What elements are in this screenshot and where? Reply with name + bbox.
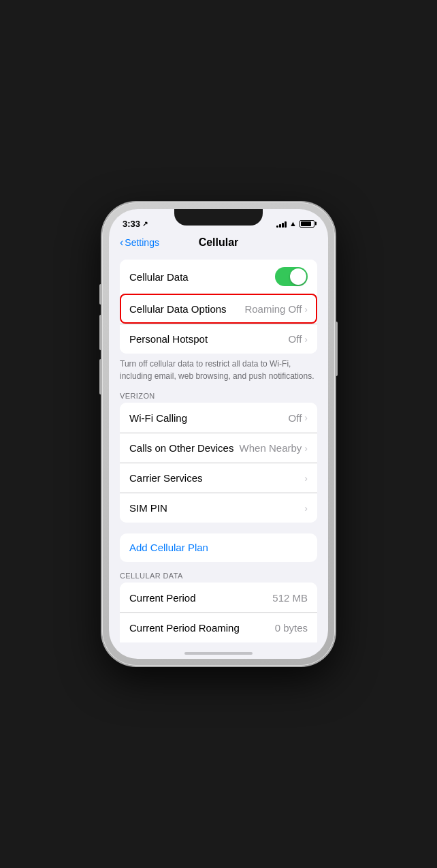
back-chevron-icon: ‹ (120, 236, 123, 249)
volume-up-button[interactable] (99, 315, 102, 350)
personal-hotspot-value: Off (289, 333, 302, 345)
signal-icon (276, 220, 287, 228)
add-cellular-plan-label: Add Cellular Plan (129, 542, 208, 553)
main-settings-card: Cellular Data Cellular Data Options Roam… (120, 260, 317, 354)
cellular-data-row[interactable]: Cellular Data (120, 260, 317, 294)
verizon-section-label: VERIZON (109, 388, 328, 403)
signal-bar-3 (282, 223, 284, 228)
calls-other-devices-label: Calls on Other Devices (129, 442, 233, 454)
calls-other-devices-right: When Nearby › (240, 442, 308, 454)
carrier-services-row[interactable]: Carrier Services › (120, 463, 317, 493)
signal-bar-1 (276, 226, 278, 228)
wifi-icon: ▲ (289, 219, 297, 228)
chevron-right-icon: › (304, 443, 308, 454)
sim-pin-label: SIM PIN (129, 502, 167, 514)
phone-frame: 3:33 ↗ ▲ ‹ Settings (102, 202, 335, 666)
current-period-roaming-label: Current Period Roaming (129, 622, 240, 634)
wifi-calling-right: Off › (289, 412, 308, 424)
personal-hotspot-right: Off › (289, 333, 308, 345)
personal-hotspot-row[interactable]: Personal Hotspot Off › (120, 324, 317, 354)
verizon-card: Wi-Fi Calling Off › Calls on Other Devic… (120, 403, 317, 523)
page-title: Cellular (199, 236, 239, 249)
home-indicator[interactable] (184, 652, 253, 655)
wifi-calling-value: Off (289, 412, 302, 424)
battery-icon (300, 220, 314, 228)
personal-hotspot-label: Personal Hotspot (129, 333, 208, 345)
volume-down-button[interactable] (99, 359, 102, 394)
current-period-label: Current Period (129, 592, 196, 604)
current-period-value: 512 MB (272, 592, 308, 604)
chevron-right-icon: › (304, 334, 308, 345)
calls-other-devices-row[interactable]: Calls on Other Devices When Nearby › (120, 433, 317, 463)
calls-other-devices-value: When Nearby (240, 442, 302, 454)
carrier-services-label: Carrier Services (129, 472, 203, 484)
spacer (109, 254, 328, 260)
power-button[interactable] (335, 322, 338, 376)
status-indicators: ▲ (276, 219, 314, 228)
location-icon: ↗ (142, 220, 148, 228)
wifi-calling-label: Wi-Fi Calling (129, 412, 187, 424)
cellular-data-options-row[interactable]: Cellular Data Options Roaming Off › (120, 294, 317, 324)
cellular-data-toggle[interactable] (275, 267, 308, 286)
verizon-section: VERIZON Wi-Fi Calling Off › Calls on Oth… (109, 388, 328, 523)
toggle-knob (290, 268, 306, 285)
scroll-content[interactable]: Cellular Data Cellular Data Options Roam… (109, 254, 328, 642)
spacer (109, 562, 328, 568)
current-period-row: Current Period 512 MB (120, 583, 317, 613)
sim-pin-right: › (304, 503, 308, 514)
sim-pin-row[interactable]: SIM PIN › (120, 493, 317, 523)
chevron-right-icon: › (304, 473, 308, 484)
signal-bar-4 (285, 221, 287, 228)
chevron-right-icon: › (304, 412, 308, 423)
phone-screen: 3:33 ↗ ▲ ‹ Settings (109, 209, 328, 659)
status-time-area: 3:33 ↗ (123, 219, 148, 229)
cellular-data-card: Current Period 512 MB Current Period Roa… (120, 583, 317, 642)
cellular-data-options-value: Roaming Off (244, 303, 302, 315)
cellular-description: Turn off cellular data to restrict all d… (109, 354, 328, 388)
cellular-data-section-label: CELLULAR DATA (109, 568, 328, 583)
cellular-data-label: Cellular Data (129, 271, 189, 283)
back-button[interactable]: ‹ Settings (120, 236, 159, 249)
back-label: Settings (125, 237, 159, 248)
carrier-services-right: › (304, 473, 308, 484)
cellular-data-options-right: Roaming Off › (244, 303, 308, 315)
chevron-right-icon: › (304, 304, 308, 315)
add-cellular-plan-item[interactable]: Add Cellular Plan (120, 533, 317, 562)
notch (174, 209, 263, 226)
time-display: 3:33 (123, 219, 140, 229)
current-period-roaming-value: 0 bytes (275, 622, 308, 634)
cellular-data-options-label: Cellular Data Options (129, 303, 227, 315)
battery-fill (301, 221, 311, 226)
chevron-right-icon: › (304, 503, 308, 514)
cellular-data-section: CELLULAR DATA Current Period 512 MB Curr… (109, 568, 328, 642)
mute-button[interactable] (99, 284, 102, 305)
signal-bar-2 (279, 224, 281, 228)
nav-bar: ‹ Settings Cellular (109, 234, 328, 254)
spacer (109, 528, 328, 533)
current-period-roaming-row: Current Period Roaming 0 bytes (120, 613, 317, 642)
wifi-calling-row[interactable]: Wi-Fi Calling Off › (120, 403, 317, 433)
